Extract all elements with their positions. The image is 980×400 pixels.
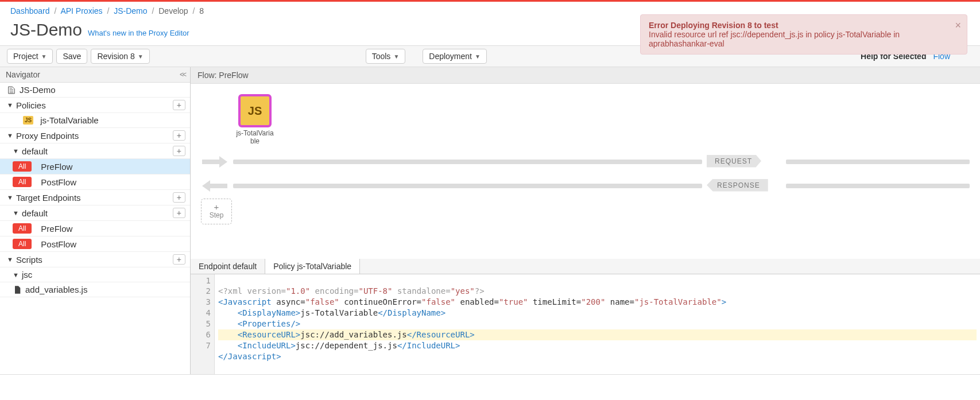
tab-policy[interactable]: Policy js-TotalVariable xyxy=(265,259,360,274)
all-badge: All xyxy=(13,239,32,249)
code-editor[interactable]: 1234567 <?xml version="1.0" encoding="UT… xyxy=(191,274,980,374)
caret-down-icon: ▼ xyxy=(393,53,399,60)
nav-proxy-postflow[interactable]: AllPostFlow xyxy=(0,174,190,190)
nav-target-endpoints[interactable]: ▼Target Endpoints + xyxy=(0,190,190,205)
breadcrumb-dashboard[interactable]: Dashboard xyxy=(10,6,50,15)
response-label: RESPONSE xyxy=(707,179,768,192)
breadcrumb-sep: / xyxy=(54,6,56,15)
page-title: JS-Demo xyxy=(10,20,82,40)
arrow-right-icon xyxy=(201,154,228,170)
caret-down-icon: ▼ xyxy=(475,53,481,60)
code-content[interactable]: <?xml version="1.0" encoding="UTF-8" sta… xyxy=(215,274,980,374)
collapse-icon[interactable]: << xyxy=(180,71,185,79)
tab-endpoint-default[interactable]: Endpoint default xyxy=(191,259,265,274)
response-lane: RESPONSE xyxy=(201,178,970,194)
breadcrumb-proxy[interactable]: JS-Demo xyxy=(114,6,147,15)
deployment-menu[interactable]: Deployment▼ xyxy=(423,49,487,64)
nav-script-item[interactable]: add_variables.js xyxy=(0,282,190,297)
code-line: </Javascript> xyxy=(218,352,281,361)
breadcrumb-sep: / xyxy=(193,6,195,15)
nav-scripts[interactable]: ▼Scripts + xyxy=(0,252,190,267)
nav-proxy-ep-default[interactable]: ▼default + xyxy=(0,143,190,159)
nav-proxy-preflow[interactable]: AllPreFlow xyxy=(0,159,190,174)
disclosure-down-icon: ▼ xyxy=(7,132,13,139)
save-button[interactable]: Save xyxy=(56,49,87,64)
nav-jsc-folder[interactable]: ▼jsc xyxy=(0,267,190,282)
add-flow-button[interactable]: + xyxy=(173,208,185,218)
disclosure-down-icon: ▼ xyxy=(7,256,13,263)
policy-chip-label: js-TotalVariable xyxy=(235,130,274,146)
alert-body: Invalid resource url ref jsc://dependent… xyxy=(649,30,951,48)
disclosure-down-icon: ▼ xyxy=(13,209,18,216)
all-badge: All xyxy=(13,223,32,234)
editor-pane: Flow: PreFlow JS js-TotalVariable REQUES… xyxy=(191,67,980,374)
code-line: <IncludeURL>jsc://dependent_js.js</Inclu… xyxy=(218,341,460,350)
flow-header: Flow: PreFlow xyxy=(191,67,980,84)
breadcrumb-sep: / xyxy=(107,6,109,15)
breadcrumb-revision: 8 xyxy=(199,6,204,15)
code-line: <Javascript async="false" continueOnErro… xyxy=(218,297,726,306)
caret-down-icon: ▼ xyxy=(138,53,144,60)
code-line: <?xml version="1.0" encoding="UTF-8" sta… xyxy=(218,286,485,296)
all-badge: All xyxy=(13,161,32,172)
code-line-highlighted: <ResourceURL>jsc://add_variables.js</Res… xyxy=(218,329,977,340)
js-policy-icon: JS xyxy=(238,94,272,127)
breadcrumb-sep: / xyxy=(152,6,154,15)
add-proxy-ep-button[interactable]: + xyxy=(173,130,185,141)
request-lane: REQUEST xyxy=(201,154,970,170)
project-menu[interactable]: Project▼ xyxy=(7,49,53,64)
error-alert: Error Deploying Revision 8 to test Inval… xyxy=(640,14,967,55)
nav-target-preflow[interactable]: AllPreFlow xyxy=(0,221,190,236)
js-icon: JS xyxy=(23,116,33,125)
policy-chip[interactable]: JS js-TotalVariable xyxy=(235,94,274,146)
breadcrumb-develop: Develop xyxy=(158,6,188,15)
nav-root[interactable]: JS-Demo xyxy=(0,83,190,98)
arrow-left-icon xyxy=(201,178,228,194)
document-icon xyxy=(7,86,16,95)
alert-title: Error Deploying Revision 8 to test xyxy=(649,21,951,30)
add-target-ep-button[interactable]: + xyxy=(173,192,185,203)
disclosure-down-icon: ▼ xyxy=(7,194,13,201)
line-gutter: 1234567 xyxy=(191,274,215,374)
nav-target-postflow[interactable]: AllPostFlow xyxy=(0,236,190,252)
code-line: <Properties/> xyxy=(218,319,300,328)
close-icon[interactable]: × xyxy=(955,20,961,32)
file-icon xyxy=(13,285,22,294)
add-flow-button[interactable]: + xyxy=(173,146,185,156)
whats-new-link[interactable]: What's new in the Proxy Editor xyxy=(88,29,189,37)
add-step-button[interactable]: + Step xyxy=(201,199,232,224)
nav-policies[interactable]: ▼Policies + xyxy=(0,98,190,113)
breadcrumb-api-proxies[interactable]: API Proxies xyxy=(60,6,102,15)
nav-target-ep-default[interactable]: ▼default + xyxy=(0,205,190,221)
all-badge: All xyxy=(13,177,32,187)
revision-menu[interactable]: Revision 8▼ xyxy=(91,49,149,64)
disclosure-down-icon: ▼ xyxy=(13,271,18,278)
request-label: REQUEST xyxy=(707,155,761,168)
caret-down-icon: ▼ xyxy=(41,53,47,60)
disclosure-down-icon: ▼ xyxy=(13,147,18,154)
disclosure-down-icon: ▼ xyxy=(7,102,13,108)
nav-policy-item[interactable]: JSjs-TotalVariable xyxy=(0,113,190,128)
navigator-pane: Navigator << JS-Demo ▼Policies + JSjs-To… xyxy=(0,67,191,374)
tools-menu[interactable]: Tools▼ xyxy=(366,49,406,64)
navigator-header: Navigator << xyxy=(0,67,190,83)
add-policy-button[interactable]: + xyxy=(173,100,185,110)
code-tabs: Endpoint default Policy js-TotalVariable xyxy=(191,259,980,274)
add-script-button[interactable]: + xyxy=(173,254,185,265)
nav-proxy-endpoints[interactable]: ▼Proxy Endpoints + xyxy=(0,128,190,143)
plus-icon: + xyxy=(202,203,231,211)
code-line: <DisplayName>js-TotalVariable</DisplayNa… xyxy=(218,308,446,317)
